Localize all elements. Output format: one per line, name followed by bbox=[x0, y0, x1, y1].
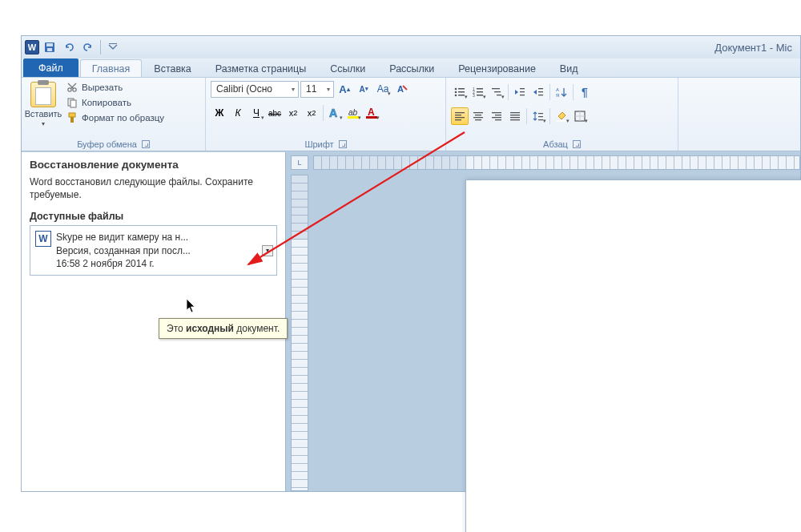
highlight-button[interactable]: ab▾ bbox=[344, 104, 362, 122]
recovery-section-label: Доступные файлы bbox=[30, 211, 277, 222]
redo-button[interactable] bbox=[79, 38, 97, 56]
paragraph-dialog-launcher[interactable] bbox=[573, 140, 581, 148]
sort-icon: AЯ bbox=[555, 86, 568, 99]
font-name-combo[interactable]: Calibri (Осно▾ bbox=[211, 81, 299, 98]
qat-separator bbox=[100, 40, 101, 54]
align-right-icon bbox=[490, 110, 503, 123]
grow-font-button[interactable]: A▴ bbox=[336, 80, 353, 98]
chevron-down-icon bbox=[107, 41, 119, 54]
svg-rect-41 bbox=[455, 117, 465, 118]
tab-mailings[interactable]: Рассылки bbox=[377, 59, 446, 77]
separator bbox=[323, 105, 324, 121]
document-page[interactable] bbox=[465, 179, 801, 532]
title-bar: W Документ1 - Mic bbox=[22, 36, 800, 58]
numbering-button[interactable]: 123▾ bbox=[469, 83, 487, 101]
tab-references[interactable]: Ссылки bbox=[318, 59, 377, 77]
svg-rect-15 bbox=[366, 116, 377, 119]
recovery-item-title: Skype не видит камеру на н... bbox=[56, 231, 191, 244]
decrease-indent-button[interactable] bbox=[511, 83, 529, 101]
tooltip-bold: исходный bbox=[186, 323, 234, 334]
copy-button[interactable]: Копировать bbox=[63, 95, 167, 110]
strike-button[interactable]: abc bbox=[266, 104, 284, 122]
font-color-button[interactable]: A▾ bbox=[363, 104, 380, 122]
tab-page-layout[interactable]: Разметка страницы bbox=[203, 59, 318, 77]
copy-label: Копировать bbox=[82, 98, 131, 107]
svg-rect-34 bbox=[538, 88, 543, 89]
recovery-item-dropdown[interactable]: ▾ bbox=[262, 245, 273, 256]
window-title: Документ1 - Mic bbox=[122, 42, 797, 54]
eraser-icon: A bbox=[396, 83, 409, 95]
ruler-ticks bbox=[314, 156, 799, 169]
horizontal-ruler[interactable] bbox=[313, 155, 800, 170]
svg-rect-9 bbox=[70, 117, 74, 123]
italic-button[interactable]: К bbox=[229, 104, 247, 122]
align-left-button[interactable] bbox=[451, 107, 469, 125]
shading-button[interactable]: ▾ bbox=[553, 107, 570, 125]
shrink-font-button[interactable]: A▾ bbox=[355, 80, 372, 98]
qat-customize-button[interactable] bbox=[104, 38, 122, 56]
font-dialog-launcher[interactable] bbox=[339, 140, 347, 148]
mouse-cursor-icon bbox=[186, 298, 197, 314]
sort-button[interactable]: AЯ bbox=[553, 83, 570, 101]
format-painter-label: Формат по образцу bbox=[82, 113, 164, 123]
clear-formatting-button[interactable]: A bbox=[393, 80, 411, 98]
vertical-ruler[interactable] bbox=[291, 175, 308, 491]
change-case-button[interactable]: Aa▾ bbox=[374, 80, 392, 98]
text-effects-button[interactable]: A▾ bbox=[326, 104, 344, 122]
svg-text:3: 3 bbox=[473, 93, 475, 98]
underline-button[interactable]: Ч▾ bbox=[248, 104, 265, 122]
svg-rect-40 bbox=[455, 115, 461, 115]
svg-rect-7 bbox=[70, 100, 76, 107]
copy-icon bbox=[66, 96, 78, 109]
bullets-button[interactable]: ▾ bbox=[451, 83, 469, 101]
tab-insert[interactable]: Вставка bbox=[142, 59, 203, 77]
tab-view[interactable]: Вид bbox=[548, 59, 590, 77]
ruler-ticks bbox=[292, 175, 308, 490]
subscript-button[interactable]: x2 bbox=[284, 104, 302, 122]
increase-indent-button[interactable] bbox=[529, 83, 547, 101]
svg-rect-46 bbox=[475, 119, 481, 120]
svg-rect-33 bbox=[520, 95, 525, 95]
svg-rect-58 bbox=[557, 120, 566, 122]
tab-home[interactable]: Главная bbox=[80, 59, 143, 77]
ruler-corner[interactable]: L bbox=[291, 155, 308, 170]
scissors-icon bbox=[66, 81, 78, 94]
svg-rect-31 bbox=[520, 88, 525, 89]
clipboard-dialog-launcher[interactable] bbox=[142, 140, 150, 148]
format-painter-button[interactable]: Формат по образцу bbox=[63, 111, 167, 125]
svg-point-20 bbox=[455, 95, 457, 97]
undo-button[interactable] bbox=[60, 38, 78, 56]
align-center-button[interactable] bbox=[469, 107, 487, 125]
tooltip-suffix: документ. bbox=[234, 323, 280, 334]
recovery-title: Восстановление документа bbox=[30, 159, 277, 171]
multilevel-button[interactable]: ▾ bbox=[488, 83, 505, 101]
superscript-button[interactable]: x2 bbox=[303, 104, 320, 122]
svg-rect-52 bbox=[510, 115, 520, 115]
svg-rect-48 bbox=[495, 115, 501, 115]
tab-review[interactable]: Рецензирование bbox=[446, 59, 548, 77]
align-right-button[interactable] bbox=[488, 107, 505, 125]
svg-rect-17 bbox=[458, 88, 465, 90]
font-size-combo[interactable]: 11▾ bbox=[300, 81, 334, 98]
svg-rect-8 bbox=[69, 113, 75, 117]
align-left-icon bbox=[453, 110, 466, 123]
bold-button[interactable]: Ж bbox=[211, 104, 228, 122]
tab-file[interactable]: Файл bbox=[23, 58, 78, 77]
show-marks-button[interactable]: ¶ bbox=[576, 83, 594, 101]
borders-button[interactable]: ▾ bbox=[571, 107, 589, 125]
line-spacing-button[interactable]: ▾ bbox=[529, 107, 547, 125]
svg-rect-47 bbox=[492, 112, 501, 113]
recovery-item[interactable]: W Skype не видит камеру на н... Версия, … bbox=[30, 225, 277, 276]
separator bbox=[549, 84, 550, 100]
svg-rect-53 bbox=[510, 117, 520, 118]
save-button[interactable] bbox=[41, 38, 58, 56]
svg-rect-49 bbox=[492, 117, 501, 118]
paste-button[interactable]: Вставить ▾ bbox=[26, 80, 60, 129]
cut-label: Вырезать bbox=[82, 83, 123, 92]
word-doc-icon: W bbox=[35, 231, 51, 247]
cut-button[interactable]: Вырезать bbox=[63, 80, 167, 95]
svg-rect-51 bbox=[510, 112, 520, 113]
ribbon-tabs: Файл Главная Вставка Разметка страницы С… bbox=[22, 58, 800, 78]
outdent-icon bbox=[513, 86, 526, 99]
justify-button[interactable] bbox=[506, 107, 524, 125]
